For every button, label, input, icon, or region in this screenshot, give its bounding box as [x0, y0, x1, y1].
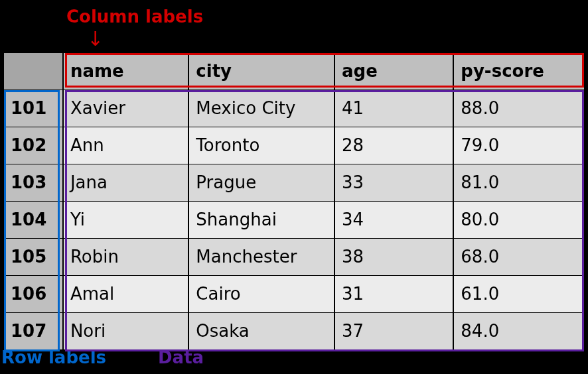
cell-city: Cairo: [188, 275, 334, 312]
cell-name: Jana: [63, 164, 188, 201]
cell-age: 34: [334, 201, 453, 238]
table-row: 102 Ann Toronto 28 79.0: [3, 127, 585, 164]
arrow-down-icon: ↓: [87, 29, 104, 49]
cell-name: Nori: [63, 312, 188, 349]
table-corner-cell: [3, 52, 63, 90]
cell-city: Mexico City: [188, 90, 334, 127]
cell-py-score: 79.0: [453, 127, 585, 164]
row-index: 101: [3, 90, 63, 127]
table-row: 105 Robin Manchester 38 68.0: [3, 238, 585, 275]
col-header-city: city: [188, 52, 334, 90]
cell-py-score: 88.0: [453, 90, 585, 127]
row-index: 107: [3, 312, 63, 349]
table-row: 103 Jana Prague 33 81.0: [3, 164, 585, 201]
dataframe-table: name city age py-score 101 Xavier Mexico…: [3, 52, 585, 350]
table-row: 106 Amal Cairo 31 61.0: [3, 275, 585, 312]
cell-name: Xavier: [63, 90, 188, 127]
col-header-py-score: py-score: [453, 52, 585, 90]
table-row: 107 Nori Osaka 37 84.0: [3, 312, 585, 349]
annotation-row-labels: Row labels: [1, 347, 106, 367]
annotation-data: Data: [158, 347, 204, 367]
col-header-name: name: [63, 52, 188, 90]
row-index: 106: [3, 275, 63, 312]
cell-py-score: 68.0: [453, 238, 585, 275]
cell-city: Osaka: [188, 312, 334, 349]
cell-py-score: 61.0: [453, 275, 585, 312]
row-index: 104: [3, 201, 63, 238]
table-header-row: name city age py-score: [3, 52, 585, 90]
cell-age: 37: [334, 312, 453, 349]
cell-age: 31: [334, 275, 453, 312]
row-index: 103: [3, 164, 63, 201]
cell-age: 41: [334, 90, 453, 127]
annotation-column-labels: Column labels: [66, 7, 203, 27]
cell-name: Robin: [63, 238, 188, 275]
cell-age: 28: [334, 127, 453, 164]
cell-py-score: 80.0: [453, 201, 585, 238]
cell-city: Manchester: [188, 238, 334, 275]
cell-py-score: 81.0: [453, 164, 585, 201]
row-index: 105: [3, 238, 63, 275]
col-header-age: age: [334, 52, 453, 90]
cell-age: 38: [334, 238, 453, 275]
cell-py-score: 84.0: [453, 312, 585, 349]
cell-name: Yi: [63, 201, 188, 238]
row-index: 102: [3, 127, 63, 164]
cell-age: 33: [334, 164, 453, 201]
cell-city: Prague: [188, 164, 334, 201]
cell-city: Toronto: [188, 127, 334, 164]
table-row: 104 Yi Shanghai 34 80.0: [3, 201, 585, 238]
cell-name: Amal: [63, 275, 188, 312]
table-row: 101 Xavier Mexico City 41 88.0: [3, 90, 585, 127]
cell-city: Shanghai: [188, 201, 334, 238]
cell-name: Ann: [63, 127, 188, 164]
